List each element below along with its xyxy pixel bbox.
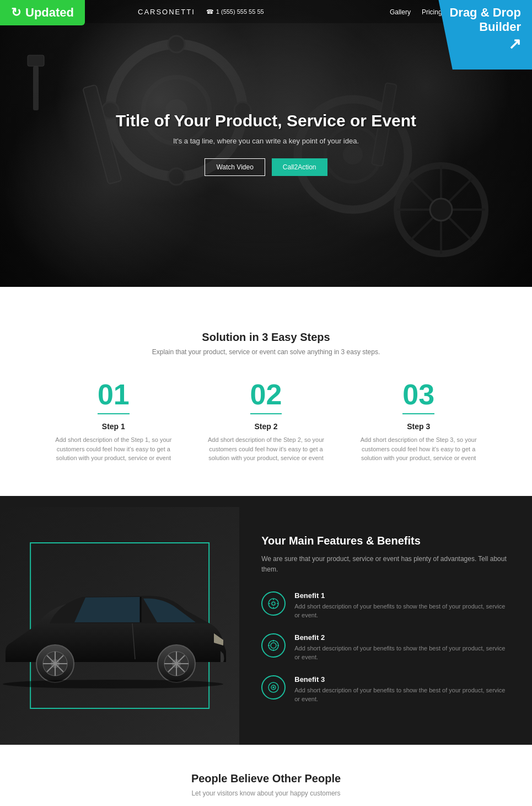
- gap-1: [0, 287, 532, 298]
- car-placeholder: [0, 507, 239, 745]
- benefit-1-icon: [261, 591, 286, 616]
- benefit-2-label: Benefit 2: [294, 633, 510, 642]
- benefit-3-text: Benefit 3 Add short description of your …: [294, 675, 510, 704]
- benefit-3-icon: [261, 675, 286, 700]
- arrow-icon: ↗: [449, 35, 521, 54]
- svg-point-41: [271, 643, 276, 648]
- steps-section: Solution in 3 Easy Steps Explain that yo…: [0, 298, 532, 496]
- features-title: Your Main Features & Benefits: [261, 535, 510, 547]
- benefit-1-label: Benefit 1: [294, 591, 510, 600]
- step-1-label: Step 1: [46, 422, 182, 431]
- updated-badge: ↻ Updated: [0, 0, 85, 25]
- features-content: Your Main Features & Benefits We are sur…: [239, 507, 532, 745]
- step-3-label: Step 3: [351, 422, 487, 431]
- nav-phone: ☎ 1 (555) 555 55 55: [206, 8, 264, 15]
- svg-point-40: [268, 640, 278, 650]
- features-subtitle: We are sure that your product, service o…: [261, 554, 510, 575]
- benefit-1-text: Benefit 1 Add short description of your …: [294, 591, 510, 620]
- car-silhouette: [0, 574, 232, 701]
- step-2-label: Step 2: [198, 422, 334, 431]
- step-3-number: 03: [402, 378, 434, 414]
- benefit-2-text: Benefit 2 Add short description of your …: [294, 633, 510, 662]
- svg-point-3: [168, 36, 185, 52]
- updated-label: Updated: [25, 6, 74, 20]
- svg-point-37: [3, 680, 223, 688]
- step-1: 01 Step 1 Add short description of the S…: [46, 378, 182, 463]
- features-car-area: [0, 507, 239, 745]
- features-section: Your Main Features & Benefits We are sur…: [0, 507, 532, 745]
- steps-title: Solution in 3 Easy Steps: [22, 331, 510, 344]
- steps-grid: 01 Step 1 Add short description of the S…: [46, 378, 487, 463]
- svg-point-48: [273, 687, 274, 688]
- hero-title: Title of Your Product, Service or Event: [116, 111, 416, 130]
- benefit-3-label: Benefit 3: [294, 675, 510, 684]
- benefit-2: Benefit 2 Add short description of your …: [261, 633, 510, 662]
- nav-logo: CARSONETTI: [138, 8, 195, 16]
- svg-rect-13: [28, 55, 44, 66]
- benefit-3: Benefit 3 Add short description of your …: [261, 675, 510, 704]
- step-2: 02 Step 2 Add short description of the S…: [198, 378, 334, 463]
- benefit-1: Benefit 1 Add short description of your …: [261, 591, 510, 620]
- hero-tagline: It's a tag line, where you can write a k…: [116, 137, 416, 145]
- step-2-number: 02: [250, 378, 282, 414]
- refresh-icon: ↻: [11, 6, 21, 20]
- svg-line-17: [410, 178, 472, 241]
- testimonials-section: People Believe Other People Let your vis…: [0, 745, 532, 806]
- step-3-desc: Add short description of the Step 3, so …: [351, 435, 487, 463]
- dnd-line1: Drag & Drop: [449, 6, 521, 19]
- hero-buttons: Watch Video Call2Action: [116, 158, 416, 176]
- svg-point-19: [430, 199, 452, 221]
- benefit-2-icon: [261, 633, 286, 658]
- phone-icon: ☎: [206, 8, 214, 15]
- benefit-1-desc: Add short description of your benefits t…: [294, 602, 510, 620]
- testimonials-title: People Believe Other People: [22, 772, 510, 785]
- nav-gallery[interactable]: Gallery: [390, 7, 411, 17]
- step-2-desc: Add short description of the Step 2, so …: [198, 435, 334, 463]
- testimonials-subtitle: Let your visitors know about your happy …: [22, 789, 510, 797]
- svg-point-39: [272, 602, 275, 605]
- svg-rect-12: [33, 66, 39, 110]
- cta-button[interactable]: Call2Action: [272, 158, 327, 176]
- step-1-number: 01: [98, 378, 130, 414]
- dnd-badge: Drag & Drop Builder ↗: [438, 0, 532, 70]
- hero-content: Title of Your Product, Service or Event …: [105, 100, 427, 187]
- watch-video-button[interactable]: Watch Video: [205, 158, 265, 176]
- dnd-line2: Builder: [479, 20, 521, 34]
- step-3: 03 Step 3 Add short description of the S…: [351, 378, 487, 463]
- benefit-2-desc: Add short description of your benefits t…: [294, 644, 510, 662]
- nav-pricing[interactable]: Pricing: [422, 7, 442, 17]
- steps-subtitle: Explain that your product, service or ev…: [22, 348, 510, 356]
- benefit-3-desc: Add short description of your benefits t…: [294, 686, 510, 704]
- step-1-desc: Add short description of the Step 1, so …: [46, 435, 182, 463]
- svg-line-18: [410, 178, 472, 241]
- gap-2: [0, 496, 532, 507]
